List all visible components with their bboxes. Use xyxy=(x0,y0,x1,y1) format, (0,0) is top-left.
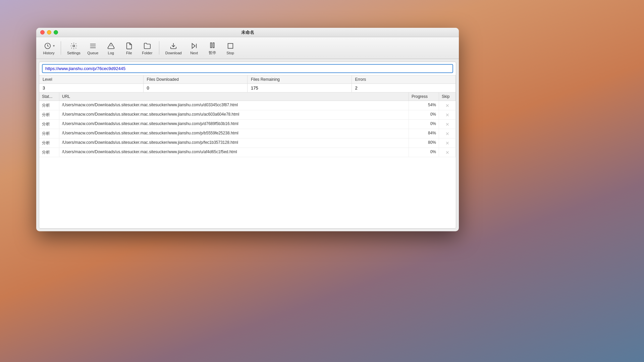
pause-icon xyxy=(208,41,217,50)
file-toolbar-item[interactable]: File xyxy=(121,40,138,56)
table-row: 分析 /Users/macw.com/Downloads/us.sitesuck… xyxy=(39,129,456,138)
folder-icon xyxy=(143,41,152,51)
queue-label: Queue xyxy=(87,51,98,55)
svg-rect-10 xyxy=(210,43,212,48)
url-column-header: URL xyxy=(59,93,409,101)
history-toolbar-item[interactable]: ▾ History xyxy=(40,40,57,56)
log-label: Log xyxy=(108,51,114,55)
table-body: 分析 /Users/macw.com/Downloads/us.sitesuck… xyxy=(39,101,456,228)
row-4-skip[interactable]: ✕ xyxy=(439,138,456,147)
table-row: 分析 /Users/macw.com/Downloads/us.sitesuck… xyxy=(39,120,456,129)
separator-1 xyxy=(61,41,61,55)
svg-marker-8 xyxy=(192,43,195,48)
files-remaining-header: Files Remaining xyxy=(248,75,352,83)
skip-x-icon[interactable]: ✕ xyxy=(445,103,449,108)
stop-icon xyxy=(226,41,235,51)
title-bar: 未命名 xyxy=(36,28,459,37)
row-1-skip[interactable]: ✕ xyxy=(439,110,456,119)
pause-toolbar-item[interactable]: 暂停 xyxy=(204,39,221,57)
log-icon xyxy=(106,41,116,51)
history-chevron-icon: ▾ xyxy=(53,44,55,48)
table-row: 分析 /Users/macw.com/Downloads/us.sitesuck… xyxy=(39,148,456,157)
row-3-skip[interactable]: ✕ xyxy=(439,129,456,138)
row-2-url: /Users/macw.com/Downloads/us.sitesucker.… xyxy=(59,120,409,129)
errors-value: 2 xyxy=(352,84,456,92)
file-icon xyxy=(124,41,134,51)
files-downloaded-value: 0 xyxy=(144,84,248,92)
table-row: 分析 /Users/macw.com/Downloads/us.sitesuck… xyxy=(39,110,456,120)
row-0-progress: 54% xyxy=(409,101,439,110)
row-0-url: /Users/macw.com/Downloads/us.sitesucker.… xyxy=(59,101,409,110)
level-header: Level xyxy=(39,75,144,83)
row-5-url: /Users/macw.com/Downloads/us.sitesucker.… xyxy=(59,148,409,157)
progress-column-header: Progress xyxy=(409,93,439,101)
queue-toolbar-item[interactable]: Queue xyxy=(85,40,101,56)
download-toolbar-item[interactable]: Download xyxy=(163,40,184,56)
row-0-skip[interactable]: ✕ xyxy=(439,101,456,110)
svg-rect-11 xyxy=(213,43,214,48)
settings-icon xyxy=(69,41,78,51)
close-button[interactable] xyxy=(40,30,45,35)
separator-2 xyxy=(159,41,159,55)
row-5-status: 分析 xyxy=(39,148,59,157)
row-5-progress: 0% xyxy=(409,148,439,157)
next-label: Next xyxy=(190,51,198,55)
traffic-lights xyxy=(40,30,58,35)
next-toolbar-item[interactable]: Next xyxy=(186,40,203,56)
status-column-header: Stat... xyxy=(39,93,59,101)
files-downloaded-header: Files Downloaded xyxy=(144,75,248,83)
download-icon xyxy=(169,41,178,51)
row-3-status: 分析 xyxy=(39,129,59,138)
table-row: 分析 /Users/macw.com/Downloads/us.sitesuck… xyxy=(39,101,456,110)
maximize-button[interactable] xyxy=(54,30,58,35)
window-title: 未命名 xyxy=(241,29,254,36)
row-3-url: /Users/macw.com/Downloads/us.sitesucker.… xyxy=(59,129,409,138)
queue-icon xyxy=(88,41,98,51)
row-2-progress: 0% xyxy=(409,120,439,129)
toolbar: ▾ History Settings xyxy=(36,37,459,59)
file-label: File xyxy=(126,51,132,55)
svg-point-1 xyxy=(73,45,75,47)
main-window: 未命名 ▾ History xyxy=(36,28,459,231)
next-icon xyxy=(190,41,199,51)
skip-column-header: Skip xyxy=(439,93,456,101)
row-3-progress: 84% xyxy=(409,129,439,138)
row-2-skip[interactable]: ✕ xyxy=(439,120,456,129)
row-1-progress: 0% xyxy=(409,110,439,119)
log-toolbar-item[interactable]: Log xyxy=(103,40,119,56)
history-icon-group: ▾ xyxy=(43,41,55,51)
level-value: 3 xyxy=(39,84,144,92)
pause-label: 暂停 xyxy=(209,50,216,55)
stop-label: Stop xyxy=(226,51,234,55)
skip-x-icon[interactable]: ✕ xyxy=(445,112,449,118)
table-row: 分析 /Users/macw.com/Downloads/us.sitesuck… xyxy=(39,138,456,148)
errors-header: Errors xyxy=(352,75,456,83)
stats-header-row: Level Files Downloaded Files Remaining E… xyxy=(39,75,456,84)
row-4-status: 分析 xyxy=(39,138,59,147)
url-input[interactable] xyxy=(42,64,453,73)
skip-x-icon[interactable]: ✕ xyxy=(445,150,449,155)
settings-toolbar-item[interactable]: Settings xyxy=(64,40,83,56)
files-remaining-value: 175 xyxy=(248,84,352,92)
download-label: Download xyxy=(165,51,182,55)
skip-x-icon[interactable]: ✕ xyxy=(445,140,449,146)
empty-area xyxy=(39,157,456,228)
stop-toolbar-item[interactable]: Stop xyxy=(222,40,239,56)
settings-label: Settings xyxy=(67,51,80,55)
svg-rect-12 xyxy=(228,43,233,48)
skip-x-icon[interactable]: ✕ xyxy=(445,131,449,136)
folder-toolbar-item[interactable]: Folder xyxy=(139,40,156,56)
table-header: Stat... URL Progress Skip xyxy=(39,93,456,101)
content-area: Level Files Downloaded Files Remaining E… xyxy=(39,62,456,229)
history-icon xyxy=(43,41,52,51)
row-4-url: /Users/macw.com/Downloads/us.sitesucker.… xyxy=(59,138,409,147)
history-label: History xyxy=(43,51,54,55)
folder-label: Folder xyxy=(142,51,152,55)
url-bar xyxy=(39,62,456,75)
row-0-status: 分析 xyxy=(39,101,59,110)
row-2-status: 分析 xyxy=(39,120,59,129)
minimize-button[interactable] xyxy=(47,30,51,35)
skip-x-icon[interactable]: ✕ xyxy=(445,122,449,127)
row-5-skip[interactable]: ✕ xyxy=(439,148,456,157)
row-4-progress: 80% xyxy=(409,138,439,147)
